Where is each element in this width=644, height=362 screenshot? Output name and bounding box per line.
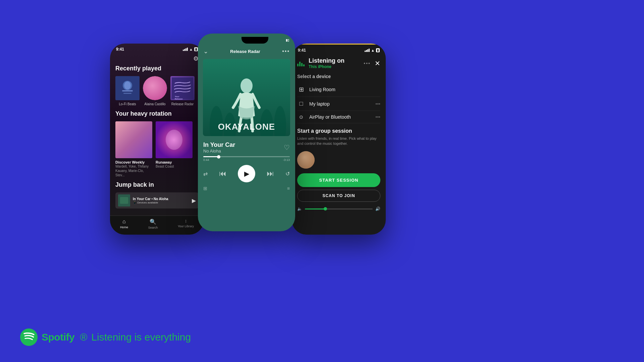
heavy-rotation-title: Your heavy rotation (115, 110, 199, 117)
player-playlist-title: Release Radar (230, 49, 260, 54)
section-divider-1: Your heavy rotation (115, 110, 199, 117)
living-room-icon: ⊞ (297, 86, 305, 93)
hr-item-runaway[interactable]: Runaway Beast Coast (156, 121, 193, 177)
volume-thumb (324, 207, 327, 210)
avatar-face (297, 151, 315, 169)
scan-to-join-button[interactable]: SCAN TO JOIN (297, 190, 380, 202)
rp-item-radar[interactable]: Your Release Release Radar (170, 76, 195, 106)
jump-back-item[interactable]: In Your Car • No Aloha 📱 Devices availab… (115, 192, 199, 208)
start-session-button[interactable]: START SESSION (297, 173, 380, 187)
volume-max-icon: 🔊 (375, 206, 380, 211)
progress-total: -3:13 (283, 158, 290, 162)
discover-art: YourDiscoverWeekly (115, 121, 152, 158)
phone1-header: ⚙ (115, 53, 199, 65)
queue-icon[interactable]: ⊞ (203, 186, 207, 191)
status-icons-phone1: ▲ ▮ (183, 47, 198, 51)
discover-thumb: YourDiscoverWeekly (115, 121, 152, 158)
jump-title: In Your Car • No Aloha (133, 197, 189, 201)
airplay-more-icon[interactable]: ••• (375, 114, 380, 120)
equalizer-icon (297, 60, 305, 66)
hr-item-discover[interactable]: YourDiscoverWeekly Discover Weekly Warde… (115, 121, 152, 177)
recently-played-row: Lo-Fi Beats Alaina Castillo (115, 76, 199, 106)
living-room-name: Living Room (309, 87, 380, 92)
album-art: NO ALOHA (203, 59, 290, 136)
wifi-icon: ▲ (189, 47, 193, 51)
jump-thumb (118, 194, 130, 206)
nav-home[interactable]: ⌂ Home (120, 219, 128, 229)
volume-min-icon: 🔈 (297, 206, 302, 211)
alaina-label: Alaina Castillo (144, 102, 165, 106)
device-item-living-room[interactable]: ⊞ Living Room (297, 82, 380, 97)
song-title: In Your Car (203, 141, 235, 148)
runaway-art (156, 121, 193, 158)
chevron-down-icon[interactable]: ⌄ (203, 48, 208, 55)
laptop-more-icon[interactable]: ••• (375, 101, 380, 107)
progress-times: 0:44 -3:13 (203, 158, 290, 162)
song-info-text: In Your Car No Aloha (203, 141, 235, 154)
discover-subtitle: Wardell, Yoke, Thifany Kauany, Marie-Clo… (115, 164, 152, 177)
nav-search-label: Search (148, 226, 158, 229)
spotify-brand: Spotify ® Listening is everything (20, 328, 191, 346)
discover-title: Discover Weekly (115, 160, 152, 164)
signal-bar-1 (183, 50, 184, 51)
svg-text:Your: Your (175, 95, 179, 98)
more-icon-p3[interactable]: ••• (364, 61, 371, 66)
song-info: In Your Car No Aloha ♡ (198, 139, 295, 155)
nav-library-label: Your Library (178, 225, 194, 228)
progress-fill (203, 156, 219, 157)
volume-track[interactable] (305, 208, 373, 209)
heavy-rotation-row: YourDiscoverWeekly Discover Weekly Warde… (115, 121, 199, 177)
signal-bar-2 (184, 49, 185, 51)
play-button[interactable]: ▶ (238, 165, 255, 182)
select-device-title: Select a device (297, 74, 380, 79)
radar-label: Release Radar (171, 102, 194, 106)
group-session-title: Start a group session (297, 128, 380, 134)
radar-thumb: Your Release (170, 76, 195, 100)
phone-now-playing: ▮▯ ⌄ Release Radar ••• NO ALOHA (198, 34, 295, 231)
svg-point-2 (124, 81, 131, 89)
prev-button[interactable]: ⏮ (219, 169, 226, 178)
phone2-main-content: ⌄ Release Radar ••• NO ALOHA (198, 45, 295, 223)
rp-item-alaina[interactable]: Alaina Castillo (143, 76, 167, 106)
notch-phone2 (241, 37, 268, 44)
phone-home-screen: 9:41 ▲ ▮ ⚙ Recently played (110, 44, 204, 235)
repeat-button[interactable]: ↺ (285, 171, 290, 177)
battery-icon-p3: ▮ (376, 48, 380, 52)
phone3-main-content: Listening on This iPhone ••• ✕ Select a … (292, 54, 386, 202)
radar-art: Your Release (170, 76, 195, 100)
signal-bars-phone3 (365, 49, 370, 52)
spotify-logo-icon (20, 328, 38, 346)
wifi-icon-p3: ▲ (371, 48, 375, 52)
close-button-p3[interactable]: ✕ (375, 59, 380, 67)
nav-library[interactable]: ⫶ Your Library (178, 219, 194, 229)
airplay-icon: ⊙ (297, 114, 305, 120)
search-icon: 🔍 (150, 219, 156, 225)
device-item-airplay[interactable]: ⊙ AirPlay or Bluetooth ••• (297, 111, 380, 123)
progress-area: 0:44 -3:13 (198, 155, 295, 163)
progress-current: 0:44 (203, 158, 209, 162)
battery-phone2: ▮▯ (286, 39, 289, 42)
player-controls: ⇄ ⏮ ▶ ⏭ ↺ (198, 163, 295, 184)
svg-point-19 (20, 328, 38, 346)
device-item-laptop[interactable]: □ My laptop ••• (297, 97, 380, 111)
registered-mark: ® (80, 331, 87, 343)
time-phone3: 9:41 (298, 48, 306, 53)
jump-info: In Your Car • No Aloha 📱 Devices availab… (133, 197, 189, 204)
heart-button[interactable]: ♡ (284, 143, 290, 152)
status-bar-phone1: 9:41 ▲ ▮ (110, 44, 204, 53)
alaina-thumb (143, 76, 167, 100)
runaway-thumb (156, 121, 193, 158)
status-icons-phone3: ▲ ▮ (365, 48, 380, 52)
more-dots-icon[interactable]: ••• (282, 48, 290, 54)
rp-item-lofi[interactable]: Lo-Fi Beats (115, 76, 140, 106)
nav-search[interactable]: 🔍 Search (148, 219, 158, 229)
listening-title: Listening on (309, 57, 364, 64)
next-button[interactable]: ⏭ (267, 169, 274, 178)
lyrics-icon[interactable]: ≡ (287, 186, 290, 191)
shuffle-button[interactable]: ⇄ (203, 171, 208, 177)
jump-play-icon[interactable]: ▶ (192, 197, 196, 204)
progress-bar[interactable] (203, 156, 290, 157)
player-extra: ⊞ ≡ (198, 184, 295, 192)
svg-point-18 (240, 78, 253, 93)
library-icon: ⫶ (185, 219, 187, 224)
